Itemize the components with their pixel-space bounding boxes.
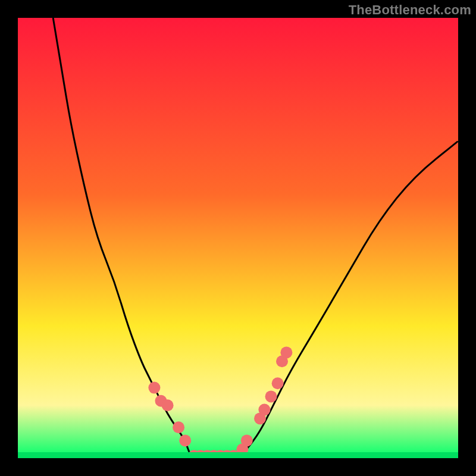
- gradient-background: [18, 18, 458, 458]
- data-marker: [280, 346, 292, 358]
- data-marker: [258, 404, 270, 416]
- data-marker: [265, 390, 277, 402]
- data-marker: [148, 382, 160, 394]
- plot-area: [18, 18, 458, 458]
- data-marker: [162, 399, 174, 411]
- data-marker: [179, 434, 191, 446]
- chart-frame: TheBottleneck.com: [0, 0, 476, 476]
- chart-svg: [18, 18, 458, 458]
- data-marker: [272, 377, 284, 389]
- baseline-strip: [18, 452, 458, 458]
- data-marker: [173, 421, 184, 433]
- attribution-label: TheBottleneck.com: [349, 2, 471, 18]
- data-marker: [241, 434, 253, 446]
